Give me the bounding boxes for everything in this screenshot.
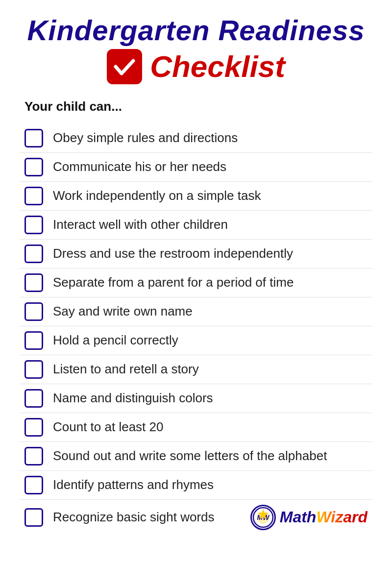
- list-item: Hold a pencil correctly: [20, 326, 372, 355]
- checkmark-svg: [112, 54, 137, 79]
- item-text-3: Work independently on a simple task: [53, 188, 368, 203]
- list-item: Work independently on a simple task: [20, 182, 372, 211]
- subtitle-text: Your child can...: [24, 99, 372, 114]
- mathwizard-logo: MW MathWizard: [250, 505, 368, 530]
- list-item: Identify patterns and rhymes: [20, 471, 372, 500]
- checklist-word: Checklist: [150, 49, 285, 84]
- checklist-icon: [107, 49, 142, 84]
- list-item: Sound out and write some letters of the …: [20, 442, 372, 471]
- item-text-6: Separate from a parent for a period of t…: [53, 275, 368, 290]
- checkbox-1[interactable]: [24, 129, 43, 147]
- item-text-9: Listen to and retell a story: [53, 362, 368, 377]
- item-text-7: Say and write own name: [53, 304, 368, 319]
- checkbox-4[interactable]: [24, 216, 43, 234]
- list-item: Interact well with other children: [20, 211, 372, 240]
- item-text-4: Interact well with other children: [53, 217, 368, 232]
- checkbox-6[interactable]: [24, 273, 43, 292]
- checkbox-8[interactable]: [24, 331, 43, 350]
- checkbox-13[interactable]: [24, 476, 43, 494]
- checkbox-14[interactable]: [24, 508, 43, 527]
- logo-icon: MW: [250, 505, 276, 530]
- list-item: Obey simple rules and directions: [20, 124, 372, 153]
- item-text-8: Hold a pencil correctly: [53, 333, 368, 348]
- checkbox-2[interactable]: [24, 158, 43, 176]
- item-text-13: Identify patterns and rhymes: [53, 477, 368, 492]
- checkbox-7[interactable]: [24, 302, 43, 321]
- checklist: Obey simple rules and directions Communi…: [20, 124, 372, 535]
- item-text-11: Count to at least 20: [53, 419, 368, 435]
- logo-svg: MW: [252, 506, 274, 529]
- logo-text: MathWizard: [280, 508, 368, 526]
- list-item: Listen to and retell a story: [20, 355, 372, 384]
- checkbox-5[interactable]: [24, 245, 43, 263]
- item-text-10: Name and distinguish colors: [53, 391, 368, 406]
- checkbox-11[interactable]: [24, 418, 43, 437]
- checkbox-12[interactable]: [24, 447, 43, 466]
- item-text-12: Sound out and write some letters of the …: [53, 448, 368, 464]
- checkbox-3[interactable]: [24, 187, 43, 205]
- item-text-5: Dress and use the restroom independently: [53, 246, 368, 261]
- page-header: Kindergarten Readiness Checklist: [20, 15, 372, 84]
- item-text-1: Obey simple rules and directions: [53, 130, 368, 146]
- list-item: Say and write own name: [20, 297, 372, 326]
- checkbox-10[interactable]: [24, 389, 43, 408]
- list-item: Dress and use the restroom independently: [20, 240, 372, 269]
- list-item: Communicate his or her needs: [20, 153, 372, 182]
- checkbox-9[interactable]: [24, 360, 43, 379]
- list-item: Recognize basic sight words MW: [20, 500, 372, 535]
- page-title-line1: Kindergarten Readiness: [20, 15, 372, 46]
- page-title-line2: Checklist: [20, 49, 372, 84]
- list-item: Name and distinguish colors: [20, 384, 372, 413]
- list-item: Count to at least 20: [20, 413, 372, 442]
- item-text-14: Recognize basic sight words: [53, 510, 250, 525]
- item-text-2: Communicate his or her needs: [53, 159, 368, 174]
- list-item: Separate from a parent for a period of t…: [20, 269, 372, 297]
